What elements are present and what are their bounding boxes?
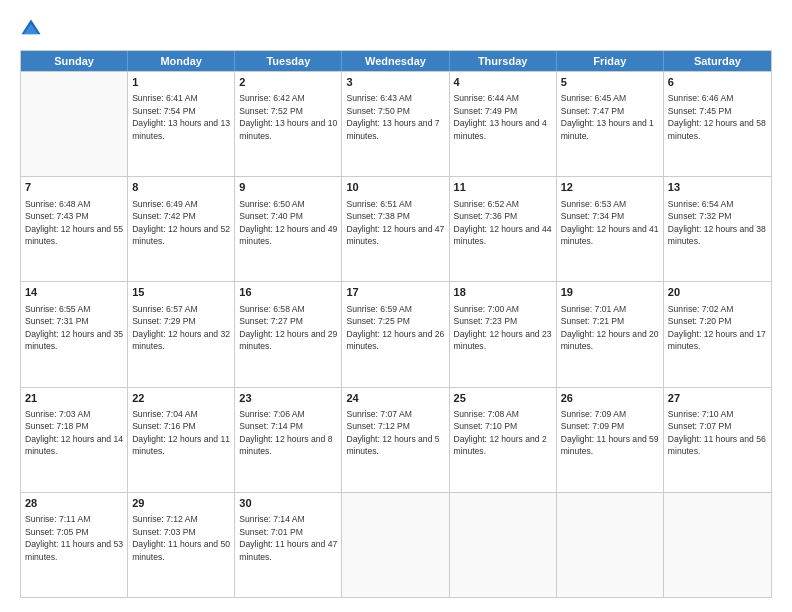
day-number: 21	[25, 391, 123, 406]
cal-cell	[557, 493, 664, 597]
cell-info: Sunrise: 7:07 AMSunset: 7:12 PMDaylight:…	[346, 408, 444, 458]
cal-cell: 22Sunrise: 7:04 AMSunset: 7:16 PMDayligh…	[128, 388, 235, 492]
cal-cell: 26Sunrise: 7:09 AMSunset: 7:09 PMDayligh…	[557, 388, 664, 492]
cell-info: Sunrise: 6:55 AMSunset: 7:31 PMDaylight:…	[25, 303, 123, 353]
header	[20, 18, 772, 40]
cell-info: Sunrise: 6:43 AMSunset: 7:50 PMDaylight:…	[346, 92, 444, 142]
cal-cell: 13Sunrise: 6:54 AMSunset: 7:32 PMDayligh…	[664, 177, 771, 281]
cal-cell: 7Sunrise: 6:48 AMSunset: 7:43 PMDaylight…	[21, 177, 128, 281]
cal-cell: 21Sunrise: 7:03 AMSunset: 7:18 PMDayligh…	[21, 388, 128, 492]
cell-info: Sunrise: 7:06 AMSunset: 7:14 PMDaylight:…	[239, 408, 337, 458]
day-number: 30	[239, 496, 337, 511]
day-number: 1	[132, 75, 230, 90]
logo	[20, 18, 46, 40]
cal-cell: 1Sunrise: 6:41 AMSunset: 7:54 PMDaylight…	[128, 72, 235, 176]
day-number: 19	[561, 285, 659, 300]
cell-info: Sunrise: 6:59 AMSunset: 7:25 PMDaylight:…	[346, 303, 444, 353]
day-number: 29	[132, 496, 230, 511]
calendar: SundayMondayTuesdayWednesdayThursdayFrid…	[20, 50, 772, 598]
cell-info: Sunrise: 7:10 AMSunset: 7:07 PMDaylight:…	[668, 408, 767, 458]
week-5: 28Sunrise: 7:11 AMSunset: 7:05 PMDayligh…	[21, 492, 771, 597]
cell-info: Sunrise: 6:45 AMSunset: 7:47 PMDaylight:…	[561, 92, 659, 142]
day-number: 24	[346, 391, 444, 406]
cal-cell: 5Sunrise: 6:45 AMSunset: 7:47 PMDaylight…	[557, 72, 664, 176]
cell-info: Sunrise: 7:14 AMSunset: 7:01 PMDaylight:…	[239, 513, 337, 563]
page: SundayMondayTuesdayWednesdayThursdayFrid…	[0, 0, 792, 612]
cell-info: Sunrise: 7:08 AMSunset: 7:10 PMDaylight:…	[454, 408, 552, 458]
cal-cell	[450, 493, 557, 597]
cell-info: Sunrise: 7:12 AMSunset: 7:03 PMDaylight:…	[132, 513, 230, 563]
cell-info: Sunrise: 7:00 AMSunset: 7:23 PMDaylight:…	[454, 303, 552, 353]
cell-info: Sunrise: 6:46 AMSunset: 7:45 PMDaylight:…	[668, 92, 767, 142]
day-number: 26	[561, 391, 659, 406]
cal-cell: 8Sunrise: 6:49 AMSunset: 7:42 PMDaylight…	[128, 177, 235, 281]
day-header-tuesday: Tuesday	[235, 51, 342, 71]
cell-info: Sunrise: 6:57 AMSunset: 7:29 PMDaylight:…	[132, 303, 230, 353]
week-4: 21Sunrise: 7:03 AMSunset: 7:18 PMDayligh…	[21, 387, 771, 492]
week-3: 14Sunrise: 6:55 AMSunset: 7:31 PMDayligh…	[21, 281, 771, 386]
cell-info: Sunrise: 6:48 AMSunset: 7:43 PMDaylight:…	[25, 198, 123, 248]
cal-cell: 18Sunrise: 7:00 AMSunset: 7:23 PMDayligh…	[450, 282, 557, 386]
cell-info: Sunrise: 7:09 AMSunset: 7:09 PMDaylight:…	[561, 408, 659, 458]
cell-info: Sunrise: 6:41 AMSunset: 7:54 PMDaylight:…	[132, 92, 230, 142]
cell-info: Sunrise: 6:58 AMSunset: 7:27 PMDaylight:…	[239, 303, 337, 353]
day-number: 9	[239, 180, 337, 195]
calendar-header: SundayMondayTuesdayWednesdayThursdayFrid…	[21, 51, 771, 71]
cal-cell: 10Sunrise: 6:51 AMSunset: 7:38 PMDayligh…	[342, 177, 449, 281]
calendar-body: 1Sunrise: 6:41 AMSunset: 7:54 PMDaylight…	[21, 71, 771, 597]
cal-cell: 11Sunrise: 6:52 AMSunset: 7:36 PMDayligh…	[450, 177, 557, 281]
cell-info: Sunrise: 6:51 AMSunset: 7:38 PMDaylight:…	[346, 198, 444, 248]
cal-cell: 14Sunrise: 6:55 AMSunset: 7:31 PMDayligh…	[21, 282, 128, 386]
cell-info: Sunrise: 7:01 AMSunset: 7:21 PMDaylight:…	[561, 303, 659, 353]
cal-cell: 29Sunrise: 7:12 AMSunset: 7:03 PMDayligh…	[128, 493, 235, 597]
day-number: 27	[668, 391, 767, 406]
cal-cell: 28Sunrise: 7:11 AMSunset: 7:05 PMDayligh…	[21, 493, 128, 597]
day-number: 13	[668, 180, 767, 195]
day-number: 5	[561, 75, 659, 90]
day-number: 14	[25, 285, 123, 300]
day-number: 20	[668, 285, 767, 300]
day-number: 8	[132, 180, 230, 195]
cal-cell: 30Sunrise: 7:14 AMSunset: 7:01 PMDayligh…	[235, 493, 342, 597]
day-number: 3	[346, 75, 444, 90]
day-header-wednesday: Wednesday	[342, 51, 449, 71]
day-number: 11	[454, 180, 552, 195]
cal-cell: 6Sunrise: 6:46 AMSunset: 7:45 PMDaylight…	[664, 72, 771, 176]
cell-info: Sunrise: 6:53 AMSunset: 7:34 PMDaylight:…	[561, 198, 659, 248]
cell-info: Sunrise: 6:52 AMSunset: 7:36 PMDaylight:…	[454, 198, 552, 248]
day-number: 7	[25, 180, 123, 195]
day-header-sunday: Sunday	[21, 51, 128, 71]
day-number: 15	[132, 285, 230, 300]
day-number: 28	[25, 496, 123, 511]
day-header-friday: Friday	[557, 51, 664, 71]
cell-info: Sunrise: 6:49 AMSunset: 7:42 PMDaylight:…	[132, 198, 230, 248]
day-header-saturday: Saturday	[664, 51, 771, 71]
cell-info: Sunrise: 7:02 AMSunset: 7:20 PMDaylight:…	[668, 303, 767, 353]
cal-cell: 15Sunrise: 6:57 AMSunset: 7:29 PMDayligh…	[128, 282, 235, 386]
cell-info: Sunrise: 7:11 AMSunset: 7:05 PMDaylight:…	[25, 513, 123, 563]
day-number: 22	[132, 391, 230, 406]
cal-cell: 19Sunrise: 7:01 AMSunset: 7:21 PMDayligh…	[557, 282, 664, 386]
cal-cell	[342, 493, 449, 597]
cal-cell: 9Sunrise: 6:50 AMSunset: 7:40 PMDaylight…	[235, 177, 342, 281]
day-number: 4	[454, 75, 552, 90]
day-number: 25	[454, 391, 552, 406]
cal-cell: 17Sunrise: 6:59 AMSunset: 7:25 PMDayligh…	[342, 282, 449, 386]
cell-info: Sunrise: 7:03 AMSunset: 7:18 PMDaylight:…	[25, 408, 123, 458]
week-1: 1Sunrise: 6:41 AMSunset: 7:54 PMDaylight…	[21, 71, 771, 176]
cal-cell	[664, 493, 771, 597]
week-2: 7Sunrise: 6:48 AMSunset: 7:43 PMDaylight…	[21, 176, 771, 281]
cal-cell: 20Sunrise: 7:02 AMSunset: 7:20 PMDayligh…	[664, 282, 771, 386]
day-number: 18	[454, 285, 552, 300]
day-number: 2	[239, 75, 337, 90]
day-number: 17	[346, 285, 444, 300]
day-number: 10	[346, 180, 444, 195]
day-header-thursday: Thursday	[450, 51, 557, 71]
day-number: 6	[668, 75, 767, 90]
cell-info: Sunrise: 7:04 AMSunset: 7:16 PMDaylight:…	[132, 408, 230, 458]
cal-cell: 3Sunrise: 6:43 AMSunset: 7:50 PMDaylight…	[342, 72, 449, 176]
day-number: 23	[239, 391, 337, 406]
day-number: 12	[561, 180, 659, 195]
cal-cell: 16Sunrise: 6:58 AMSunset: 7:27 PMDayligh…	[235, 282, 342, 386]
cal-cell: 2Sunrise: 6:42 AMSunset: 7:52 PMDaylight…	[235, 72, 342, 176]
